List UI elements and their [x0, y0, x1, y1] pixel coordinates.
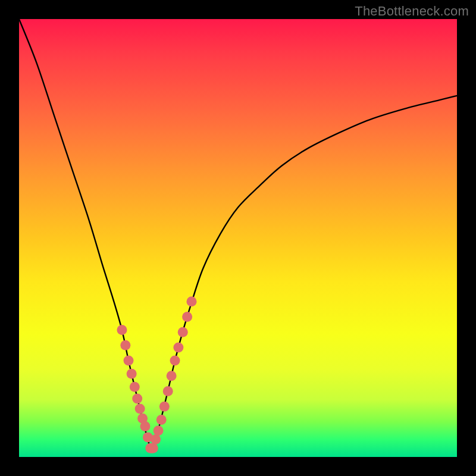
highlight-dot [124, 356, 134, 366]
highlight-dot [186, 296, 196, 306]
highlight-dot [117, 325, 127, 335]
watermark-text: TheBottleneck.com [355, 4, 469, 19]
highlight-dot [156, 415, 167, 425]
outer-frame: TheBottleneck.com [0, 0, 476, 476]
chart-svg [19, 19, 457, 457]
highlight-dot [159, 402, 170, 412]
highlight-dot [132, 394, 142, 404]
highlight-dot [151, 434, 161, 444]
bottleneck-curve [19, 19, 457, 449]
highlight-dot [163, 386, 173, 396]
highlight-dot [120, 340, 130, 350]
highlight-dot [178, 327, 188, 337]
highlight-dot [140, 421, 150, 431]
highlight-dot [154, 425, 164, 436]
highlight-dot [170, 356, 180, 366]
highlight-dot [130, 382, 140, 392]
highlight-dot [148, 443, 158, 453]
highlight-dot [135, 404, 145, 414]
highlight-dots-group [117, 296, 196, 453]
highlight-dot [127, 369, 137, 379]
plot-area [19, 19, 457, 457]
highlight-dot [167, 371, 177, 381]
highlight-dot [182, 312, 192, 322]
highlight-dot [173, 343, 183, 353]
